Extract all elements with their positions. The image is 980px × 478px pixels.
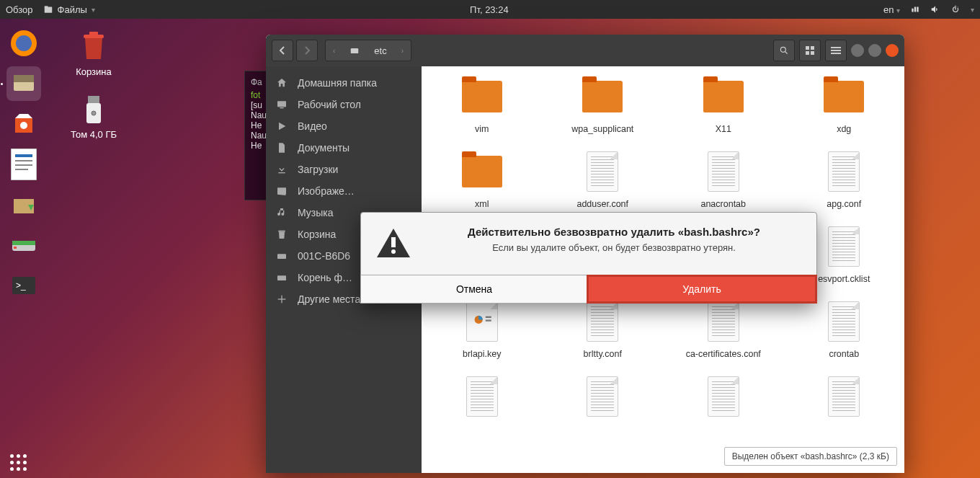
file-item[interactable]: anacrontab: [677, 149, 770, 209]
svg-rect-36: [280, 107, 283, 108]
svg-rect-34: [831, 53, 841, 54]
status-bar: Выделен объект «bash.bashrc» (2,3 кБ): [724, 447, 897, 466]
dialog-message: Если вы удалите объект, он будет безвозв…: [426, 242, 802, 253]
svg-point-40: [280, 190, 282, 192]
svg-rect-41: [278, 231, 285, 232]
network-icon[interactable]: [910, 4, 920, 14]
file-label: brlapi.key: [436, 349, 528, 359]
file-item[interactable]: [557, 373, 649, 424]
svg-rect-33: [831, 50, 841, 51]
launcher-writer[interactable]: [6, 147, 41, 182]
file-label: anacrontab: [677, 199, 770, 209]
show-applications-button[interactable]: [10, 454, 27, 471]
files-icon: [43, 4, 53, 14]
sidebar-item-label: Корень ф…: [298, 272, 352, 283]
sidebar-item-downloads[interactable]: Загрузки: [266, 159, 422, 180]
launcher-package[interactable]: [6, 187, 41, 222]
downloads-icon: [276, 164, 288, 175]
svg-point-25: [92, 111, 96, 115]
file-item[interactable]: brltty.conf: [557, 298, 649, 359]
file-item[interactable]: X11: [677, 74, 770, 134]
trash-icon: [276, 229, 288, 240]
svg-rect-11: [15, 160, 32, 161]
svg-rect-5: [14, 75, 34, 82]
sidebar-item-label: Рабочий стол: [298, 99, 361, 110]
delete-button[interactable]: Удалить: [587, 275, 817, 304]
sidebar-item-documents[interactable]: Документы: [266, 137, 422, 159]
file-item[interactable]: ca-certificates.conf: [677, 298, 770, 359]
top-panel: Обзор Файлы ▾ Пт, 23:24 en ▾ ▾: [0, 0, 980, 19]
system-menu-chevron-icon[interactable]: ▾: [971, 6, 974, 14]
music-icon: [276, 207, 288, 218]
launcher-disks[interactable]: [6, 228, 41, 262]
desktop-trash[interactable]: Корзина: [61, 29, 126, 77]
svg-marker-37: [279, 123, 285, 130]
clock[interactable]: Пт, 23:24: [95, 4, 883, 15]
svg-text:>_: >_: [16, 280, 26, 291]
launcher-software[interactable]: [6, 107, 41, 141]
svg-point-45: [284, 278, 285, 279]
svg-rect-23: [88, 96, 99, 103]
launcher-terminal[interactable]: >_: [6, 268, 41, 303]
sidebar-item-pictures[interactable]: Изображе…: [266, 180, 422, 202]
minimize-button[interactable]: [851, 44, 864, 57]
launcher-files[interactable]: [6, 66, 41, 101]
file-label: crontab: [798, 349, 891, 359]
warning-icon: [375, 226, 411, 262]
view-toggle-button[interactable]: [799, 40, 821, 61]
file-item[interactable]: vim: [436, 74, 528, 134]
drive-icon: [349, 45, 360, 56]
sidebar-item-label: Загрузки: [298, 164, 338, 175]
file-item[interactable]: xdg: [798, 74, 891, 134]
input-language[interactable]: en ▾: [883, 4, 900, 15]
file-item[interactable]: apg.conf: [798, 149, 891, 209]
home-icon: [276, 77, 288, 89]
file-label: xml: [436, 199, 528, 209]
pictures-icon: [276, 185, 288, 197]
path-bar[interactable]: ‹ etc ›: [325, 40, 411, 61]
sidebar-item-label: Домашняя папка: [298, 77, 377, 89]
svg-rect-32: [831, 47, 841, 48]
desktop-usb-drive[interactable]: Том 4,0 ГБ: [61, 92, 126, 140]
svg-rect-10: [15, 154, 32, 157]
back-button[interactable]: [272, 40, 293, 61]
file-item[interactable]: brlapi.key: [436, 298, 528, 359]
file-item[interactable]: [677, 373, 770, 424]
headerbar: ‹ etc ›: [266, 35, 904, 66]
volume-icon[interactable]: [930, 4, 940, 14]
launcher-firefox[interactable]: [6, 26, 41, 61]
cancel-button[interactable]: Отмена: [360, 275, 588, 304]
files-app-menu[interactable]: Файлы ▾: [43, 4, 95, 15]
file-label: ca-certificates.conf: [677, 349, 770, 359]
sidebar-item-desktop[interactable]: Рабочий стол: [266, 94, 422, 115]
svg-rect-0: [44, 7, 52, 13]
search-button[interactable]: [773, 40, 795, 61]
hamburger-menu-button[interactable]: [825, 40, 847, 61]
power-icon[interactable]: [950, 4, 961, 14]
file-item[interactable]: [436, 373, 528, 424]
svg-rect-38: [278, 172, 285, 173]
root-icon: [276, 272, 288, 283]
svg-rect-26: [351, 48, 359, 53]
dialog-title: Действительно безвозвратно удалить «bash…: [426, 226, 802, 238]
sidebar-item-video[interactable]: Видео: [266, 115, 422, 137]
file-item[interactable]: xml: [436, 149, 528, 209]
file-item[interactable]: crontab: [798, 298, 891, 359]
svg-rect-12: [15, 164, 32, 166]
maximize-button[interactable]: [868, 44, 881, 57]
activities-button[interactable]: Обзор: [6, 4, 33, 15]
file-label: vim: [436, 124, 528, 134]
file-item[interactable]: [798, 373, 891, 424]
video-icon: [276, 120, 288, 132]
file-item[interactable]: adduser.conf: [557, 149, 649, 209]
sidebar-item-label: 001C-B6D6: [298, 250, 350, 262]
close-button[interactable]: [886, 44, 899, 57]
desktop-icons: Корзина Том 4,0 ГБ: [61, 29, 126, 140]
sidebar-item-home[interactable]: Домашняя папка: [266, 72, 422, 94]
delete-confirm-dialog: Действительно безвозвратно удалить «bash…: [360, 212, 817, 304]
file-item[interactable]: wpa_supplicant: [557, 74, 649, 134]
other-icon: [276, 293, 288, 305]
file-label: wpa_supplicant: [557, 124, 649, 134]
sidebar-item-label: Изображе…: [298, 185, 355, 197]
forward-button[interactable]: [296, 40, 318, 61]
